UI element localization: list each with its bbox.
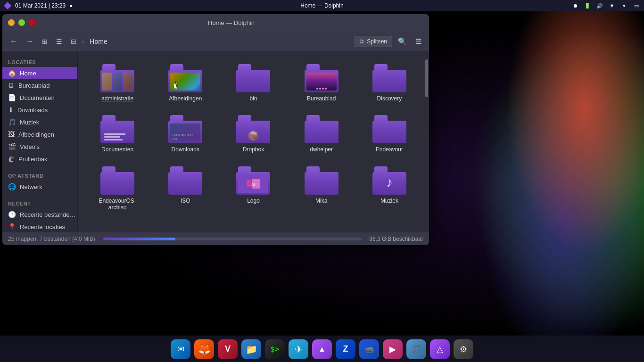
file-item-bureaublad[interactable]: Bureaublad <box>289 59 354 107</box>
back-button[interactable]: ← <box>7 35 20 48</box>
sidebar-label-afbeeldingen: Afbeeldingen <box>18 131 54 138</box>
prullenbak-icon: 🗑 <box>8 155 15 163</box>
search-button[interactable]: 🔍 <box>395 35 410 48</box>
sidebar-item-home[interactable]: 🏠 Home <box>2 67 77 79</box>
hiddify-icon: ▶ <box>389 344 396 354</box>
muziek-icon: 🎵 <box>8 118 16 126</box>
main-content: Locaties 🏠 Home 🖥 Bureaublad 📄 Documente… <box>2 52 429 232</box>
sidebar-item-videos[interactable]: 🎬 Video's <box>2 140 77 153</box>
file-label-iso: ISO <box>181 197 190 204</box>
sidebar-item-documenten[interactable]: 📄 Documenten <box>2 91 77 104</box>
view-compact-button[interactable]: ⊟ <box>68 36 79 47</box>
dock-item-vivaldi[interactable]: V <box>218 339 238 359</box>
screen-icon: ▭ <box>633 2 640 9</box>
file-item-endeavouros-archiso[interactable]: EndeavourOS-archiso <box>85 162 149 216</box>
files-icon: 📁 <box>246 344 257 355</box>
file-item-endeavour[interactable]: Endeavour <box>357 110 421 157</box>
folder-icon-iso <box>168 166 202 195</box>
file-item-discovery[interactable]: Discovery <box>357 59 421 107</box>
dock-item-firefox[interactable]: 🦊 <box>194 339 214 359</box>
file-label-endeavouros-archiso: EndeavourOS-archiso <box>96 197 139 211</box>
file-item-muziek[interactable]: ♪ Muziek <box>357 162 421 216</box>
folder-icon-dwhelper <box>305 115 339 143</box>
dock-item-zoom[interactable]: 📹 <box>359 339 379 359</box>
music-note-icon: ♪ <box>386 175 393 190</box>
status-bar: 25 mappen, 7 bestanden (4,0 MiB) 96,3 Gi… <box>2 232 429 245</box>
forward-button[interactable]: → <box>23 35 36 48</box>
sidebar-label-documenten: Documenten <box>20 94 55 101</box>
maximize-button[interactable] <box>18 19 25 26</box>
file-item-logo[interactable]: AI Logo <box>221 162 285 216</box>
afbeeldingen-icon: 🖼 <box>8 131 15 138</box>
file-label-logo: Logo <box>247 197 260 204</box>
mailspring-icon: ✉ <box>177 344 184 354</box>
file-item-dropbox[interactable]: 📦 Dropbox <box>221 110 285 157</box>
terminal-icon: $> <box>270 345 279 354</box>
file-label-afbeeldingen: Afbeeldingen <box>169 95 202 102</box>
folder-icon-downloads: ENDEAVOUR OS <box>168 115 202 143</box>
dock-item-zettlr[interactable]: Z <box>336 339 355 359</box>
view-list-button[interactable]: ☰ <box>53 36 65 47</box>
folder-icon-endeavour <box>372 115 406 143</box>
documenten-icon: 📄 <box>8 94 16 101</box>
sidebar-item-recente-locaties[interactable]: 📍 Recente locaties <box>2 221 77 232</box>
sidebar-section-recent: Recent <box>2 197 77 208</box>
sidebar-item-prullenbak[interactable]: 🗑 Prullenbak <box>2 153 77 165</box>
menu-button[interactable]: ☰ <box>413 35 424 48</box>
file-item-administratie[interactable]: administratie <box>85 59 149 107</box>
sidebar-section-locaties: Locaties <box>2 56 77 67</box>
netwerk-icon: 🌐 <box>8 183 16 190</box>
sidebar-item-muziek[interactable]: 🎵 Muziek <box>2 116 77 128</box>
file-item-documenten[interactable]: Documenten <box>85 110 149 157</box>
file-item-mika[interactable]: Mika <box>289 162 354 216</box>
sidebar-item-bureaublad[interactable]: 🖥 Bureaublad <box>2 79 77 91</box>
folder-icon-administratie <box>100 64 134 92</box>
chevron-down-icon: ▾ <box>620 2 628 9</box>
dock-item-mailspring[interactable]: ✉ <box>171 339 190 359</box>
sidebar-item-recente-bestanden[interactable]: 🕐 Recente bestande… <box>2 208 77 221</box>
file-item-bin[interactable]: bin <box>221 59 285 107</box>
dock-item-terminal[interactable]: $> <box>265 339 285 359</box>
splitsen-button[interactable]: ⧉ Splitsen <box>355 36 392 47</box>
sidebar-label-muziek: Muziek <box>20 119 39 126</box>
dock-item-endeavour[interactable]: ▲ <box>312 339 332 359</box>
folder-icon-documenten <box>100 115 134 143</box>
progress-bar-fill <box>103 238 175 240</box>
sidebar-item-afbeeldingen[interactable]: 🖼 Afbeeldingen <box>2 128 77 140</box>
logo-svg: AI <box>246 178 261 189</box>
battery-icon: 🔋 <box>584 2 591 9</box>
dock-item-unknown[interactable]: ⚙ <box>454 339 473 359</box>
sidebar-label-recente-locaties: Recente locaties <box>20 223 65 230</box>
dock-item-files[interactable]: 📁 <box>241 339 261 359</box>
mpc-icon: 🎵 <box>411 344 421 354</box>
sidebar-item-netwerk[interactable]: 🌐 Netwerk <box>2 181 77 193</box>
svg-text:AI: AI <box>252 182 256 187</box>
minimize-button[interactable] <box>8 19 15 26</box>
file-label-muziek: Muziek <box>380 197 398 204</box>
vivaldi-icon: V <box>225 344 231 354</box>
file-item-afbeeldingen[interactable]: 🐧 Afbeeldingen <box>153 59 217 107</box>
sidebar-label-videos: Video's <box>20 143 40 150</box>
file-item-iso[interactable]: ISO <box>153 162 217 216</box>
breadcrumb-home[interactable]: Home <box>86 36 111 47</box>
folder-icon-afbeeldingen: 🐧 <box>168 64 202 92</box>
sidebar-item-downloads[interactable]: ⬇ Downloads <box>2 104 77 116</box>
dock-item-endeavour2[interactable]: △ <box>430 339 450 359</box>
file-scrollbar[interactable] <box>425 59 428 97</box>
file-label-dropbox: Dropbox <box>243 146 264 153</box>
top-bar-right: ⏺ 🔋 🔊 ▼ ▾ ▭ <box>571 2 640 9</box>
file-item-dwhelper[interactable]: dwhelper <box>289 110 354 157</box>
file-item-downloads[interactable]: ENDEAVOUR OS Downloads <box>153 110 217 157</box>
endeavour-dock-icon: ▲ <box>318 345 326 354</box>
top-bar-left: 01 Mar 2021 | 23:23 ● <box>4 2 73 9</box>
home-icon: 🏠 <box>8 69 16 77</box>
dock-item-mpc[interactable]: 🎵 <box>406 339 426 359</box>
file-label-downloads: Downloads <box>172 146 199 153</box>
unknown-icon: ⚙ <box>460 344 467 354</box>
close-button[interactable] <box>29 19 35 26</box>
dock-item-hiddify[interactable]: ▶ <box>383 339 403 359</box>
dock-item-telegram[interactable]: ✈ <box>289 339 308 359</box>
view-grid-button[interactable]: ⊞ <box>39 36 50 47</box>
sidebar-label-home: Home <box>20 70 36 77</box>
firefox-icon: 🦊 <box>198 343 211 355</box>
